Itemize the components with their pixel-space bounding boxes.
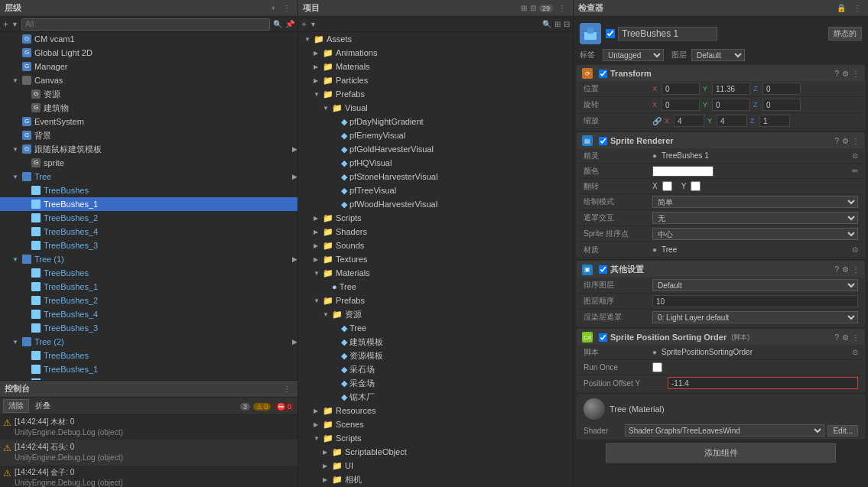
project-icon3[interactable]: ⊞ bbox=[554, 20, 561, 28]
rot-z-input[interactable] bbox=[762, 99, 801, 111]
tree-item-manager[interactable]: G Manager bbox=[0, 60, 297, 73]
hierarchy-add-btn[interactable]: + bbox=[268, 3, 278, 13]
proj-shaders[interactable]: ▶ 📁 Shaders bbox=[298, 225, 573, 239]
run-once-checkbox[interactable] bbox=[652, 362, 662, 372]
color-preview[interactable] bbox=[652, 166, 714, 177]
tree-item-tree-1[interactable]: Tree (1) ▶ bbox=[0, 252, 297, 266]
proj-tree-prefab[interactable]: ◆ Tree bbox=[298, 321, 573, 335]
obj-active-checkbox[interactable] bbox=[606, 29, 615, 38]
tree-item-tree2-treebushes[interactable]: TreeBushes bbox=[0, 349, 297, 362]
tree-item-resources[interactable]: G 资源 bbox=[0, 87, 297, 101]
material-pick-btn[interactable]: ⊙ bbox=[852, 245, 858, 254]
sprite-sorting-checkbox[interactable] bbox=[599, 333, 607, 342]
script-pick-btn[interactable]: ⊙ bbox=[852, 348, 858, 356]
pos-x-input[interactable] bbox=[662, 83, 700, 95]
layer-select[interactable]: Default bbox=[691, 49, 745, 61]
sort-point-select[interactable]: 中心 bbox=[652, 228, 858, 240]
proj-animations[interactable]: ▶ 📁 Animations bbox=[298, 46, 573, 60]
scale-x-input[interactable] bbox=[674, 115, 704, 127]
ss-settings-icon[interactable]: ⚙ bbox=[842, 333, 849, 342]
proj-prefabs[interactable]: ▼ 📁 Prefabs bbox=[298, 87, 573, 101]
other-settings-checkbox[interactable] bbox=[599, 265, 607, 274]
proj-ui[interactable]: ▶ 📁 UI bbox=[298, 459, 573, 472]
project-icon2[interactable]: ⊟ bbox=[530, 4, 536, 12]
proj-camera[interactable]: ▶ 📁 相机 bbox=[298, 472, 573, 486]
console-clear-btn[interactable]: 清除 bbox=[3, 399, 29, 413]
proj-tree-mat[interactable]: ● Tree bbox=[298, 280, 573, 294]
proj-lumber[interactable]: ◆ 锯木厂 bbox=[298, 390, 573, 404]
tree-item-tree2-treebushes-1[interactable]: TreeBushes_1 bbox=[0, 362, 297, 376]
proj-sounds[interactable]: ▶ 📁 Sounds bbox=[298, 239, 573, 252]
tree-item-tree-2[interactable]: Tree (2) ▶ bbox=[0, 335, 297, 349]
pos-z-input[interactable] bbox=[762, 83, 801, 95]
tree-item-buildings[interactable]: G 建筑物 bbox=[0, 101, 297, 115]
project-add-btn[interactable]: + bbox=[301, 19, 307, 30]
proj-materials[interactable]: ▶ 📁 Materials bbox=[298, 60, 573, 73]
proj-pf-day[interactable]: ◆ pfDayNightGradient bbox=[298, 115, 573, 128]
scale-y-input[interactable] bbox=[717, 115, 747, 127]
proj-building-template[interactable]: ◆ 建筑模板 bbox=[298, 335, 573, 349]
hierarchy-arrow[interactable]: ▼ bbox=[11, 21, 18, 28]
edit-btn[interactable]: Edit... bbox=[827, 425, 858, 437]
proj-pf-hq[interactable]: ◆ pfHQVisual bbox=[298, 156, 573, 170]
tree-item-treebushes-3[interactable]: TreeBushes_3 bbox=[0, 239, 297, 252]
console-entry-1[interactable]: ⚠ [14:42:44] 石头: 0 UnityEngine.Debug.Log… bbox=[0, 440, 297, 466]
light-mask-select[interactable]: 0: Light Layer default bbox=[652, 311, 858, 323]
inspector-menu-btn[interactable]: ⋮ bbox=[851, 3, 863, 13]
project-menu-btn[interactable]: ⋮ bbox=[556, 3, 568, 13]
transform-help-icon[interactable]: ? bbox=[834, 70, 839, 78]
tree-item-tree1-treebushes-4[interactable]: TreeBushes_4 bbox=[0, 307, 297, 321]
os-settings-icon[interactable]: ⚙ bbox=[842, 265, 849, 274]
tree-item-treebushes-1[interactable]: TreeBushes_1 bbox=[0, 197, 297, 211]
tree-item-tree1-treebushes-3[interactable]: TreeBushes_3 bbox=[0, 321, 297, 335]
proj-quarry[interactable]: ◆ 采石场 bbox=[298, 362, 573, 376]
proj-scripts2[interactable]: ▼ 📁 Scripts bbox=[298, 431, 573, 445]
tree-item-treebushes[interactable]: TreeBushes bbox=[0, 183, 297, 197]
tree-item-treebushes-4[interactable]: TreeBushes_4 bbox=[0, 225, 297, 239]
hierarchy-menu-btn[interactable]: ⋮ bbox=[281, 3, 293, 13]
tree-item-eventsystem[interactable]: G EventSystem bbox=[0, 115, 297, 128]
ss-help-icon[interactable]: ? bbox=[834, 333, 839, 342]
project-arrow[interactable]: ▼ bbox=[310, 21, 317, 28]
proj-pf-enemy[interactable]: ◆ pfEnemyVisual bbox=[298, 128, 573, 142]
sr-settings-icon[interactable]: ⚙ bbox=[842, 137, 849, 145]
tree-item-tree1-treebushes-2[interactable]: TreeBushes_2 bbox=[0, 294, 297, 307]
scale-z-input[interactable] bbox=[759, 115, 790, 127]
hierarchy-search-input[interactable] bbox=[21, 18, 270, 31]
sprite-pick-btn[interactable]: ⊙ bbox=[852, 151, 858, 160]
sprite-sorting-header[interactable]: C# Sprite Position Sorting Order (脚本) ? … bbox=[577, 330, 864, 345]
ss-more-icon[interactable]: ⋮ bbox=[852, 333, 860, 342]
proj-scriptable[interactable]: ▶ 📁 ScriptableObject bbox=[298, 445, 573, 459]
sr-more-icon[interactable]: ⋮ bbox=[852, 137, 860, 145]
tree-item-sprite[interactable]: G sprite bbox=[0, 156, 297, 170]
mask-select[interactable]: 无 bbox=[652, 212, 858, 224]
pos-y-input[interactable] bbox=[712, 83, 750, 95]
shader-select[interactable]: Shader Graphs/TreeLeavesWind bbox=[625, 424, 824, 437]
console-entry-0[interactable]: ⚠ [14:42:44] 木材: 0 UnityEngine.Debug.Log… bbox=[0, 415, 297, 440]
render-layer-select[interactable]: Default bbox=[652, 279, 858, 291]
tree-item-background[interactable]: G 背景 bbox=[0, 128, 297, 142]
proj-resources-folder[interactable]: ▼ 📁 资源 bbox=[298, 307, 573, 321]
proj-pf-stone[interactable]: ◆ pfStoneHarvesterVisual bbox=[298, 170, 573, 183]
inspector-lock-btn[interactable]: 🔒 bbox=[834, 3, 848, 13]
proj-pf-tree[interactable]: ◆ pfTreeVisual bbox=[298, 183, 573, 197]
tree-item-treebushes-2[interactable]: TreeBushes_2 bbox=[0, 211, 297, 225]
tree-item-global-light[interactable]: G Global Light 2D bbox=[0, 46, 297, 60]
transform-checkbox[interactable] bbox=[599, 70, 607, 78]
flip-y-check[interactable] bbox=[691, 181, 701, 191]
tree-item-tree[interactable]: Tree ▶ bbox=[0, 170, 297, 183]
proj-pf-gold[interactable]: ◆ pfGoldHarvesterVisual bbox=[298, 142, 573, 156]
transform-settings-icon[interactable]: ⚙ bbox=[842, 70, 849, 78]
flip-x-check[interactable] bbox=[662, 181, 672, 191]
add-component-btn[interactable]: 添加组件 bbox=[606, 443, 837, 463]
layer-order-input[interactable] bbox=[652, 295, 858, 307]
proj-prefabs2[interactable]: ▼ 📁 Prefabs bbox=[298, 294, 573, 307]
proj-resource-template[interactable]: ◆ 资源模板 bbox=[298, 349, 573, 362]
proj-gold-mine[interactable]: ◆ 采金场 bbox=[298, 376, 573, 390]
tree-item-cm-vcam1[interactable]: G CM vcam1 bbox=[0, 32, 297, 46]
proj-textures[interactable]: ▶ 📁 Textures bbox=[298, 252, 573, 266]
proj-scripts[interactable]: ▶ 📁 Scripts bbox=[298, 211, 573, 225]
obj-name-input[interactable] bbox=[618, 27, 717, 41]
proj-particles[interactable]: ▶ 📁 Particles bbox=[298, 73, 573, 87]
proj-assets[interactable]: ▼ 📁 Assets bbox=[298, 32, 573, 46]
